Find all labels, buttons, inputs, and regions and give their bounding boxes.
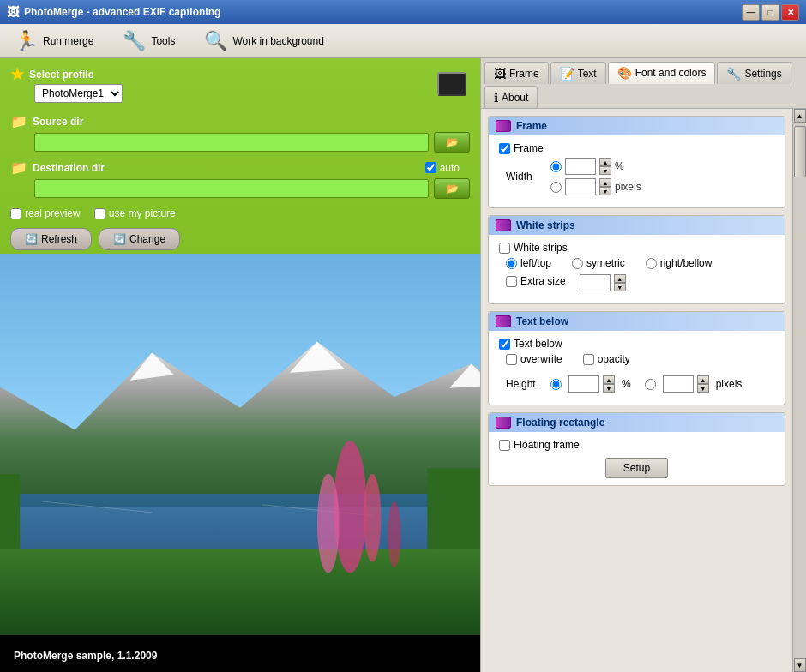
frame-pixels-radio[interactable] <box>550 182 562 193</box>
caption-text: PhotoMerge sample, 1.1.2009 <box>14 650 157 662</box>
run-merge-button[interactable]: 🏃 Run merge <box>7 26 101 57</box>
scroll-down-button[interactable]: ▼ <box>794 658 806 672</box>
frame-pixels-input[interactable]: 50 <box>565 178 596 195</box>
text-icon: 📝 <box>560 67 574 81</box>
tab-text-label: Text <box>578 68 597 80</box>
work-background-button[interactable]: 🔍 Work in background <box>196 26 332 57</box>
text-height-percent-down[interactable]: ▼ <box>603 384 615 393</box>
text-height-pixels-radio[interactable] <box>645 379 656 390</box>
text-below-label: Text below <box>514 338 562 350</box>
text-height-pixels-input[interactable]: 50 <box>663 375 694 393</box>
close-button[interactable]: ✕ <box>781 4 799 21</box>
opacity-checkbox[interactable] <box>583 354 594 365</box>
text-below-options-row: overwrite opacity <box>506 353 774 369</box>
change-button[interactable]: 🔄 Change <box>99 228 180 250</box>
use-my-picture-label[interactable]: use my picture <box>94 207 176 219</box>
caption-bar: PhotoMerge sample, 1.1.2009 <box>0 635 480 672</box>
text-height-pixels-unit: pixels <box>716 378 743 390</box>
text-below-checkbox-row: Text below <box>499 338 774 350</box>
text-below-section: Text below Text below overwrite <box>488 311 785 405</box>
floating-frame-checkbox[interactable] <box>499 440 510 451</box>
tab-text[interactable]: 📝 Text <box>550 62 606 84</box>
tab-frame[interactable]: 🖼 Frame <box>484 62 549 84</box>
tab-about[interactable]: ℹ About <box>484 86 538 108</box>
profile-select[interactable]: PhotoMerge1 <box>34 84 123 103</box>
source-browse-button[interactable]: 📂 <box>434 132 470 153</box>
svg-point-14 <box>388 501 400 567</box>
floating-rect-color-box <box>496 417 511 429</box>
tab-settings[interactable]: 🔧 Settings <box>717 62 791 84</box>
height-label: Height <box>506 378 544 390</box>
text-height-percent-input[interactable]: 5 <box>568 375 599 393</box>
text-height-pixels-up[interactable]: ▲ <box>697 375 709 384</box>
dest-browse-button[interactable]: 📂 <box>434 178 470 199</box>
overwrite-checkbox[interactable] <box>506 354 517 365</box>
real-preview-label[interactable]: real preview <box>10 207 81 219</box>
tab-font-colors[interactable]: 🎨 Font and colors <box>608 62 716 84</box>
frame-pixels-up[interactable]: ▲ <box>599 178 611 187</box>
white-strips-checkbox[interactable] <box>499 243 510 254</box>
scrollbar[interactable]: ▲ ▼ <box>792 109 806 672</box>
white-strips-header: White strips <box>489 216 785 235</box>
tools-label: Tools <box>151 35 175 47</box>
refresh-button[interactable]: 🔄 Refresh <box>10 228 92 250</box>
frame-percent-radio[interactable] <box>550 161 562 172</box>
extra-size-checkbox[interactable] <box>506 276 517 287</box>
dest-dir-input[interactable] <box>34 179 429 198</box>
extra-size-spinner-btns: ▲ ▼ <box>614 274 626 291</box>
frame-pixels-down[interactable]: ▼ <box>599 187 611 195</box>
text-height-pixels-down[interactable]: ▼ <box>697 384 709 393</box>
white-strips-label: White strips <box>514 242 568 254</box>
profile-section: ★ Select profile PhotoMerge1 <box>0 58 480 110</box>
title-bar: 🖼 PhotoMerge - advanced EXIF captioning … <box>0 0 806 24</box>
source-dir-input[interactable] <box>34 133 429 152</box>
use-my-picture-checkbox[interactable] <box>94 208 105 219</box>
tab-settings-label: Settings <box>744 68 781 80</box>
display-button[interactable] <box>437 72 466 96</box>
frame-pixels-spinner: 50 ▲ ▼ <box>565 178 611 195</box>
work-background-icon: 🔍 <box>204 30 227 52</box>
auto-checkbox[interactable] <box>425 162 436 173</box>
minimize-button[interactable]: — <box>742 4 760 21</box>
action-row: 🔄 Refresh 🔄 Change <box>0 225 480 254</box>
tools-button[interactable]: 🔧 Tools <box>115 26 183 57</box>
frame-checkbox[interactable] <box>499 143 510 154</box>
extra-size-up[interactable]: ▲ <box>614 274 626 283</box>
profile-row: PhotoMerge1 <box>10 84 123 103</box>
source-dir-section: 📁 Source dir 📂 <box>0 110 480 156</box>
text-below-checkbox[interactable] <box>499 339 510 350</box>
right-bellow-radio[interactable] <box>646 258 657 269</box>
change-icon: 🔄 <box>113 233 126 245</box>
extra-size-down[interactable]: ▼ <box>614 283 626 291</box>
app-icon: 🖼 <box>7 5 19 19</box>
run-merge-icon: 🏃 <box>15 30 38 52</box>
text-height-pixels-btns: ▲ ▼ <box>697 375 709 393</box>
symetric-radio[interactable] <box>572 258 583 269</box>
dest-folder-icon: 📁 <box>10 159 27 176</box>
real-preview-checkbox[interactable] <box>10 208 21 219</box>
floating-rect-section: Floating rectangle Floating frame Setup <box>488 412 785 486</box>
extra-size-spinner: 0 ▲ ▼ <box>580 274 626 291</box>
text-height-percent-radio[interactable] <box>550 379 562 390</box>
scroll-up-button[interactable]: ▲ <box>794 109 806 123</box>
extra-size-input[interactable]: 0 <box>580 274 611 291</box>
frame-section-header: Frame <box>489 117 785 135</box>
text-height-percent-up[interactable]: ▲ <box>603 375 615 384</box>
setup-button[interactable]: Setup <box>605 458 668 478</box>
white-strips-color-box <box>496 219 511 231</box>
text-height-percent-spinner: 5 ▲ ▼ <box>568 375 615 393</box>
frame-percent-down[interactable]: ▼ <box>599 166 611 175</box>
floating-frame-label: Floating frame <box>514 439 580 451</box>
frame-percent-input[interactable]: 5 <box>565 158 596 175</box>
scroll-thumb[interactable] <box>794 126 806 177</box>
browse-icon-dest: 📂 <box>446 183 459 195</box>
frame-percent-up[interactable]: ▲ <box>599 158 611 166</box>
maximize-button[interactable]: □ <box>761 4 779 21</box>
font-icon: 🎨 <box>617 66 632 80</box>
left-top-radio[interactable] <box>506 258 517 269</box>
left-top-label: left/top <box>520 257 551 269</box>
symetric-label: symetric <box>586 257 625 269</box>
tab-frame-label: Frame <box>509 68 539 80</box>
white-strips-body: White strips left/top symetric <box>489 235 785 303</box>
right-content: Frame Frame Width <box>481 109 792 672</box>
